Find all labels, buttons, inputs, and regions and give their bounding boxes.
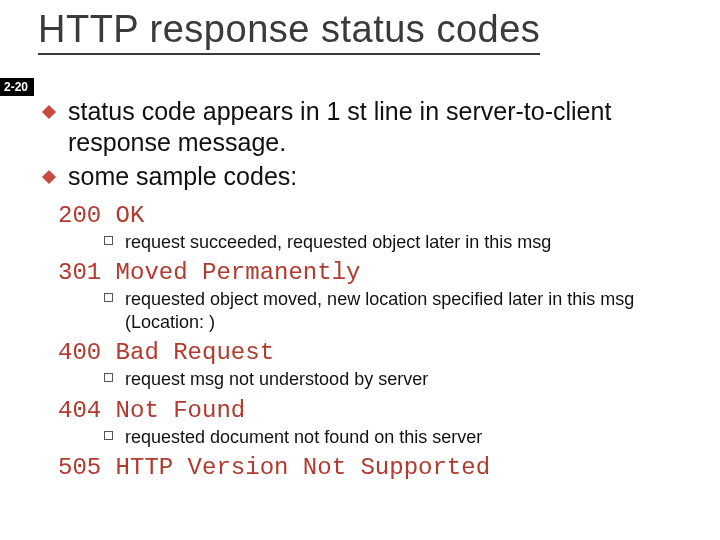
- page-number-badge: 2-20: [0, 78, 34, 96]
- list-item: status code appears in 1 st line in serv…: [44, 96, 698, 159]
- diamond-bullet-icon: [42, 169, 56, 183]
- status-code-desc-row: request succeeded, requested object late…: [104, 231, 698, 254]
- status-code-list: 200 OK request succeeded, requested obje…: [58, 202, 698, 482]
- bullet-text: some sample codes:: [68, 161, 297, 192]
- status-code-desc: request msg not understood by server: [125, 368, 428, 391]
- status-code-name: 404 Not Found: [58, 397, 698, 424]
- status-code-desc-row: request msg not understood by server: [104, 368, 698, 391]
- status-code-desc-row: requested object moved, new location spe…: [104, 288, 698, 333]
- diamond-bullet-icon: [42, 105, 56, 119]
- status-code-name: 400 Bad Request: [58, 339, 698, 366]
- status-code-desc: requested document not found on this ser…: [125, 426, 482, 449]
- bullet-list: status code appears in 1 st line in serv…: [44, 96, 698, 192]
- bullet-text: status code appears in 1 st line in serv…: [68, 96, 698, 159]
- status-code-name: 505 HTTP Version Not Supported: [58, 454, 698, 481]
- page-title: HTTP response status codes: [38, 8, 540, 55]
- square-bullet-icon: [104, 293, 113, 302]
- status-code-name: 301 Moved Permanently: [58, 259, 698, 286]
- status-code-name: 200 OK: [58, 202, 698, 229]
- slide: HTTP response status codes 2-20 status c…: [0, 0, 720, 540]
- status-code-desc: requested object moved, new location spe…: [125, 288, 698, 333]
- square-bullet-icon: [104, 431, 113, 440]
- list-item: some sample codes:: [44, 161, 698, 192]
- status-code-desc: request succeeded, requested object late…: [125, 231, 551, 254]
- slide-body: status code appears in 1 st line in serv…: [38, 96, 698, 483]
- square-bullet-icon: [104, 236, 113, 245]
- status-code-desc-row: requested document not found on this ser…: [104, 426, 698, 449]
- square-bullet-icon: [104, 373, 113, 382]
